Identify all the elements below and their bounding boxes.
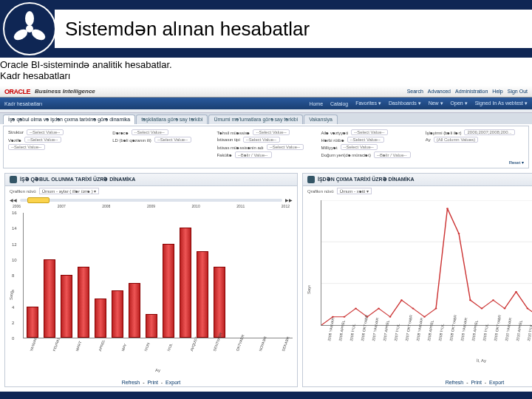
filter-label: Fakültə [216,152,231,157]
filter-select[interactable]: --Select Value-- [154,137,191,143]
chart-type-select[interactable]: Ümum - aylar ( illər üzrə ) ▾ [39,188,100,194]
filter-label: Ailə vəziyyəti [321,130,349,135]
filter-select[interactable]: --Select Value-- [347,137,384,143]
filter-select[interactable]: --Select Value-- [341,144,378,150]
filter-label: Ay [426,137,431,142]
filter-label: Təhsil müəssisə [216,130,250,135]
svg-point-1 [25,11,34,26]
bar [44,259,55,338]
product-label: Business Intelligence [35,88,95,95]
refresh-link[interactable]: Refresh [446,380,464,385]
print-link[interactable]: Print [147,380,157,385]
filter-select[interactable]: --Select Value-- [8,144,45,150]
svg-point-23 [446,208,449,209]
dashboard-tabs: İşə qəbul olma və işdən çıxma tarixinə g… [0,113,532,124]
bar-chart: Sayı 0246810121416 YANVARFEVRALMARTAPREL… [5,208,297,378]
filter-select[interactable]: --Select Value-- [351,129,388,135]
bar [61,275,72,338]
panel-footer: Refresh - Print - Export [303,378,532,386]
filter-reset[interactable]: Reset ▾ [8,160,524,165]
filter-select[interactable]: --Select Value-- [27,129,64,135]
svg-point-20 [412,307,415,309]
filter-label: İxtisasın tipi [216,137,239,142]
svg-point-17 [378,307,380,309]
bar [78,267,89,338]
filter-select[interactable]: --Bəlir / Value-- [374,151,411,158]
line-plot-area: 051015 [321,200,532,326]
charts-row: İŞƏ QƏBUL OLUNMA TARİXİ ÜZRƏ DİNAMİKA Qr… [0,170,532,392]
filter-select[interactable]: --Bəlir / Value-- [235,151,272,158]
chart-type-select[interactable]: Ümum - xətti ▾ [337,188,372,194]
slider-thumb[interactable] [27,197,50,203]
filter-label: İşləyirmi (bəli ilər) [426,130,462,135]
help-link[interactable]: Help [492,89,502,94]
export-link[interactable]: Export [489,380,504,385]
oracle-logo: ORACLE [4,88,30,95]
svg-point-21 [423,316,426,318]
line-svg: 051015 [321,200,532,325]
nav-signedin[interactable]: Signed In As webtest ▾ [475,100,528,106]
bar [180,228,191,338]
year-slider[interactable]: ◀◀ ▶▶ [5,196,297,204]
x-axis-label: Ay [23,355,293,375]
panel-leave-dynamics: İŞDƏN ÇIXMA TARİXİ ÜZRƏ DİNAMİKA Qrafikı… [302,173,532,387]
slider-next-icon[interactable]: ▶▶ [285,197,293,202]
chart-type-label: Qrafikın növü [307,189,334,194]
nav-catalog[interactable]: Catalog [330,101,348,106]
nav-favorites[interactable]: Favorites ▾ [355,100,381,106]
filter-select[interactable]: 2006;2007;2008;200... [464,129,514,135]
breadcrumb: Kadr hesabatları [4,101,42,106]
svg-point-27 [492,299,494,301]
advanced-link[interactable]: Advanced [428,89,451,94]
svg-point-18 [389,316,392,318]
tab-vakansiya[interactable]: Vakansiya [304,115,338,124]
nav-home[interactable]: Home [309,101,323,106]
svg-point-25 [469,299,471,301]
svg-point-22 [435,307,437,309]
bar-plot-area: 0246810121416 [23,213,293,338]
panel-hire-dynamics: İŞƏ QƏBUL OLUNMA TARİXİ ÜZRƏ DİNAMİKA Qr… [4,173,298,387]
filter-select[interactable]: --Select Value-- [24,137,61,143]
filter-select[interactable]: (All Column Values) [434,137,479,143]
svg-point-26 [481,307,483,309]
subtitle-line-2: Kadr hesabatları [0,70,532,81]
flower-logo-icon [10,10,49,48]
tab-teskilat[interactable]: təşkilatlara görə say tərkibi [136,115,208,124]
signout-link[interactable]: Sign Out [508,89,528,94]
filter-select[interactable]: --Select Value-- [267,144,304,150]
export-link[interactable]: Export [166,380,180,385]
administration-link[interactable]: Administration [455,89,488,94]
svg-point-19 [400,299,403,301]
filter-label: Doğum yeri(də müraciət) [321,152,371,157]
filter-select[interactable]: --Select Value-- [132,129,168,135]
nav-open[interactable]: Open ▾ [451,100,468,106]
oracle-bi-app: ORACLE Business Intelligence Search Adva… [0,86,532,392]
chart-type-label: Qrafikın növü [10,189,36,194]
filter-panel: Struktur--Select Value-- Dərəcə--Select … [3,126,529,168]
slide-title: Sistemdən alınan hesabatlar [55,10,532,48]
filter-label: Hərbi rütbə [321,137,344,143]
bar [163,244,174,338]
refresh-link[interactable]: Refresh [122,380,140,385]
nav-dashboards[interactable]: Dashboards ▾ [389,100,421,106]
filter-label: Vəzifə [8,137,21,143]
tab-umumi[interactable]: Ümumi mə'lumatlara görə say tərkibi [208,115,303,124]
oracle-top-links: Search Advanced Administration Help Sign… [407,89,532,94]
dashboard-nav-bar: Kadr hesabatları Home Catalog Favorites … [0,98,532,109]
filter-label: İxtisas müəssisənin adı [216,145,263,150]
nav-new[interactable]: New ▾ [429,100,443,106]
svg-point-15 [355,307,357,309]
slider-prev-icon[interactable]: ◀◀ [10,197,17,202]
search-link[interactable]: Search [407,89,423,94]
print-link[interactable]: Print [471,380,481,385]
filter-select[interactable]: --Select Value-- [253,129,290,135]
svg-point-24 [458,233,460,234]
slider-track[interactable] [20,199,282,202]
filter-select[interactable]: --Select Value-- [243,137,280,143]
bar [214,267,225,338]
filter-label: Dərəcə [112,130,128,135]
bar [197,251,208,338]
svg-point-28 [504,307,506,309]
tab-dinamika[interactable]: İşə qəbul olma və işdən çıxma tarixinə g… [3,115,135,124]
bar [27,307,38,338]
